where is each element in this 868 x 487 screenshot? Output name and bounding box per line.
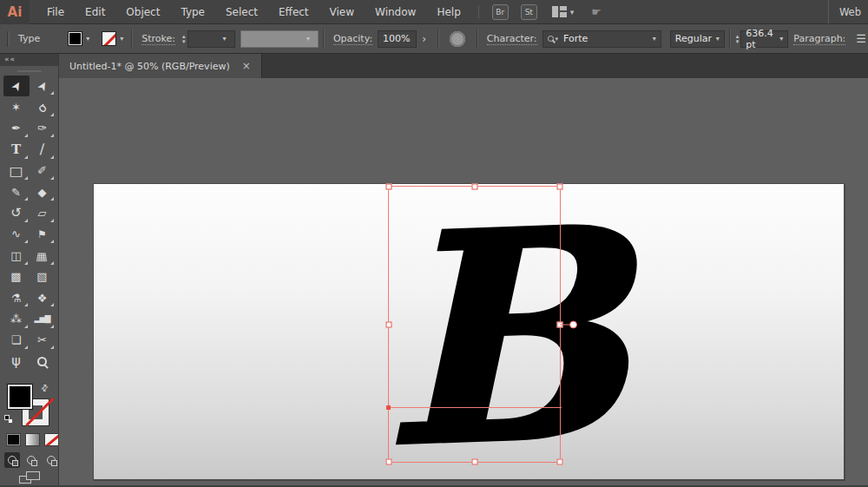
opacity-field[interactable]: 100% <box>378 30 417 48</box>
none-mode-button[interactable] <box>44 433 59 446</box>
brush-definition-dropdown[interactable]: ▾ <box>240 30 319 48</box>
draw-behind-button[interactable] <box>23 452 39 468</box>
blend-tool[interactable]: ❖ <box>30 287 56 308</box>
convert-type-widget[interactable] <box>569 320 577 328</box>
menu-item[interactable]: View <box>319 0 365 24</box>
draw-inside-button[interactable] <box>43 452 59 468</box>
app-logo[interactable]: Ai <box>0 0 30 24</box>
font-family-dropdown[interactable]: ▾ Forte ▾ <box>542 30 661 48</box>
document-tab[interactable]: Untitled-1* @ 50% (RGB/Preview) × <box>59 54 262 78</box>
main-area: «« ➤ ➤ ✶ σ ✒ <box>0 54 868 485</box>
puppet-warp-tool[interactable]: ⚑ <box>30 224 56 245</box>
baseline-anchor-point[interactable] <box>386 405 391 410</box>
pen-tool[interactable]: ✒ <box>3 118 30 139</box>
selection-handle-top-right[interactable] <box>557 184 563 190</box>
selection-handle-bottom-left[interactable] <box>386 459 392 465</box>
color-mode-button[interactable] <box>6 433 21 446</box>
default-fill-stroke-icon[interactable] <box>4 415 13 424</box>
menu-item[interactable]: Select <box>215 0 268 24</box>
touch-workspace-icon[interactable]: ☛ <box>591 5 602 18</box>
stroke-color-swatch[interactable] <box>102 31 116 46</box>
font-size-stepper[interactable]: ▴ ▾ <box>736 34 740 44</box>
selection-handle-bottom-right[interactable] <box>557 459 563 465</box>
arrange-documents-icon[interactable] <box>552 6 567 17</box>
selection-tool[interactable]: ➤ <box>3 76 30 96</box>
paragraph-panel-link[interactable]: Paragraph: <box>793 33 845 45</box>
recolor-artwork-icon[interactable] <box>450 31 465 47</box>
selection-handle-bottom-middle[interactable] <box>471 459 477 465</box>
chevron-down-icon[interactable]: ▾ <box>120 35 123 43</box>
swap-fill-stroke-icon[interactable]: ⇄ <box>38 382 50 394</box>
slice-tool[interactable]: ✂ <box>30 330 56 351</box>
menu-item[interactable]: Effect <box>268 0 319 24</box>
type-tool[interactable]: T <box>3 139 30 160</box>
symbol-sprayer-tool[interactable]: ⁂ <box>3 308 30 329</box>
menu-item[interactable]: Help <box>426 0 470 24</box>
menu-item[interactable]: Window <box>365 0 426 24</box>
menubar-divider <box>478 5 479 19</box>
workspace-switcher[interactable]: Web <box>828 0 868 24</box>
font-size-value: 636.4 pt <box>746 28 779 50</box>
perspective-grid-tool[interactable]: ▦ <box>30 245 56 266</box>
controlbar-grip[interactable] <box>7 31 8 47</box>
eraser-tool[interactable]: ◆ <box>30 181 56 202</box>
artboard-tool[interactable]: ❏ <box>3 330 30 351</box>
bridge-button[interactable]: Br <box>492 4 509 20</box>
draw-normal-icon <box>8 456 16 464</box>
font-search-icon <box>548 36 554 42</box>
close-icon[interactable]: × <box>242 60 251 72</box>
rectangle-tool[interactable]: □ <box>3 161 30 181</box>
scale-tool[interactable]: ▱ <box>30 202 56 223</box>
menu-item[interactable]: Object <box>115 0 170 24</box>
toolbar-grip[interactable] <box>17 70 42 72</box>
menu-item[interactable]: File <box>36 0 75 24</box>
font-style-dropdown[interactable]: Regular ▾ <box>670 30 725 48</box>
chevron-down-icon[interactable]: ▾ <box>86 35 89 43</box>
mesh-tool[interactable]: ▩ <box>3 267 30 287</box>
gradient-tool[interactable]: ▧ <box>30 267 56 287</box>
font-name-value: Forte <box>563 33 588 44</box>
menu-item[interactable]: Edit <box>75 0 115 24</box>
separator <box>437 30 438 49</box>
opacity-panel-link[interactable]: Opacity: <box>333 33 372 45</box>
character-panel-link[interactable]: Character: <box>487 33 537 45</box>
font-size-dropdown[interactable]: 636.4 pt ▾ <box>740 30 788 48</box>
stroke-weight-stepper[interactable]: ▴ ▾ <box>182 34 186 44</box>
paintbrush-tool[interactable]: ✐ <box>30 161 56 181</box>
drawing-mode-buttons <box>0 452 59 468</box>
chevron-down-icon[interactable]: ▾ <box>570 8 575 16</box>
stroke-weight-dropdown[interactable]: ▾ <box>187 30 235 48</box>
fill-indicator[interactable] <box>7 384 33 410</box>
line-segment-tool[interactable]: ∕ <box>30 139 56 160</box>
toolbar-collapse-icon[interactable]: «« <box>0 54 58 66</box>
opacity-submenu-button[interactable]: › <box>422 33 426 45</box>
draw-normal-button[interactable] <box>4 452 20 468</box>
gradient-mode-button[interactable] <box>25 433 40 446</box>
menu-item[interactable]: Type <box>170 0 215 24</box>
screen-mode-button[interactable] <box>19 471 40 484</box>
selection-handle-middle-left[interactable] <box>386 321 392 327</box>
direct-selection-tool[interactable]: ➤ <box>30 76 56 96</box>
stock-button[interactable]: St <box>521 4 537 20</box>
separator <box>131 30 132 49</box>
shape-builder-tool[interactable]: ◫ <box>3 245 30 266</box>
rotate-tool[interactable]: ↺ <box>3 202 30 223</box>
hand-tool[interactable]: ψ <box>3 351 30 372</box>
eyedropper-tool[interactable]: ⚗ <box>3 287 30 308</box>
stroke-panel-link[interactable]: Stroke: <box>141 33 175 45</box>
magic-wand-tool[interactable]: ✶ <box>3 96 30 117</box>
stepper-down-icon[interactable]: ▾ <box>736 39 740 44</box>
selection-handle-top-left[interactable] <box>386 184 392 190</box>
chevron-down-icon: ▾ <box>653 35 656 43</box>
curvature-tool[interactable]: ✑ <box>30 118 56 139</box>
width-tool[interactable]: ∿ <box>3 224 30 245</box>
fill-color-swatch[interactable] <box>68 31 82 46</box>
text-baseline <box>389 407 562 408</box>
selection-handle-top-middle[interactable] <box>471 184 477 190</box>
column-graph-tool[interactable]: ▂▅▇ <box>30 308 56 329</box>
stepper-down-icon[interactable]: ▾ <box>182 39 186 44</box>
pencil-tool[interactable]: ✎ <box>3 181 30 202</box>
paragraph-align-icon[interactable]: ☰ <box>856 32 868 45</box>
zoom-tool[interactable] <box>30 351 56 372</box>
lasso-tool[interactable]: σ <box>30 96 56 117</box>
